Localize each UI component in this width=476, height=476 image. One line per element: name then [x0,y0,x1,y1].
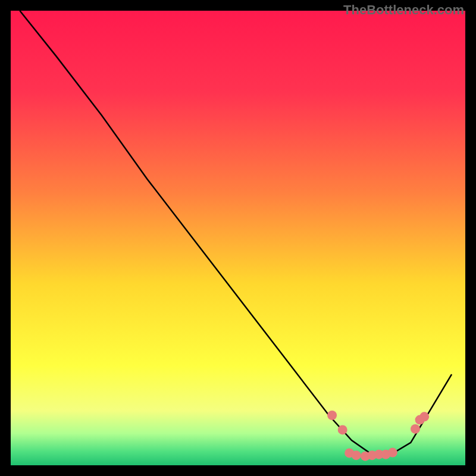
plot-area [11,11,465,465]
data-point [327,411,337,420]
data-point [338,425,347,434]
data-point [352,450,361,460]
gradient-background [11,11,465,465]
chart-svg [11,11,465,465]
data-point [419,412,429,421]
data-point [411,424,420,434]
watermark: TheBottleneck.com [343,2,464,18]
data-point [388,448,397,458]
